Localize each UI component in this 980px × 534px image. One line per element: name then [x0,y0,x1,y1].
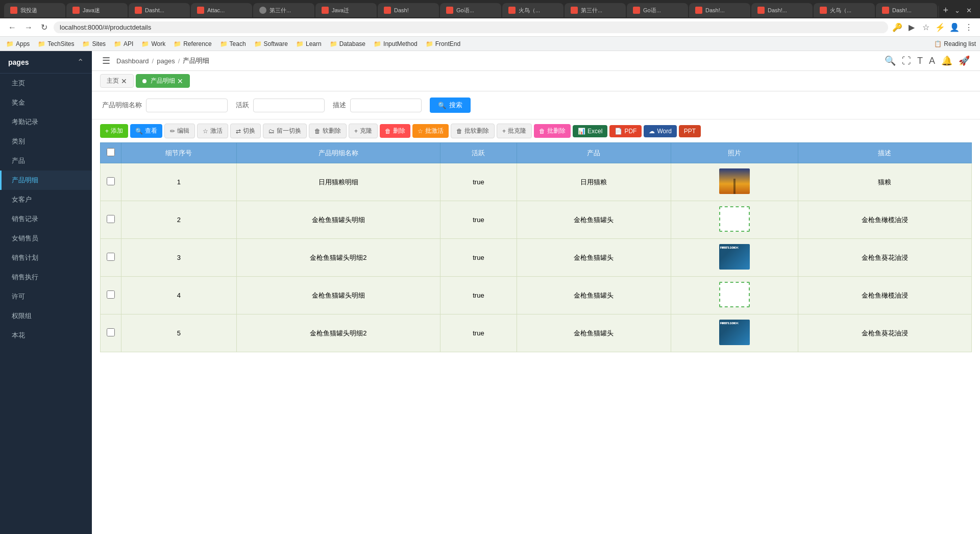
browser-tab-11[interactable]: Go语... [627,3,688,17]
delete-button[interactable]: 🗑 删除 [380,124,410,138]
sidebar-item-6[interactable]: 女客户 [0,190,92,209]
browser-tab-7[interactable]: Dash! [378,3,439,17]
bookmark-work[interactable]: 📁Work [139,39,167,48]
batch-clone-button[interactable]: + 批克隆 [497,124,532,138]
extension-icon[interactable]: ⚡ [935,22,945,33]
sidebar-item-12[interactable]: 权限组 [0,306,92,326]
sidebar-item-11[interactable]: 许可 [0,287,92,306]
search-button[interactable]: 🔍 搜索 [430,98,471,113]
rocket-icon[interactable]: 🚀 [959,55,970,66]
url-input[interactable] [54,21,888,33]
browser-tab-4[interactable]: Attac... [191,3,252,17]
tab-product-detail-close[interactable]: ✕ [177,78,183,85]
add-button[interactable]: + 添加 [100,124,128,138]
batch-activate-button[interactable]: ☆ 批激活 [412,124,449,138]
cast-icon[interactable]: ▶ [906,22,917,33]
font-icon[interactable]: T [917,56,923,66]
bookmark-reference[interactable]: 📁Reference [172,39,213,48]
close-window-button[interactable]: ✕ [962,7,976,14]
sidebar-toggle[interactable]: ⌃ [77,57,84,67]
breadcrumb-pages[interactable]: pages [157,57,175,65]
bookmark-api[interactable]: 📁API [112,39,135,48]
browser-tab-12[interactable]: Dash!... [689,3,750,17]
tab-home-close[interactable]: ✕ [121,78,127,85]
batch-delete-button[interactable]: 🗑 批删除 [534,124,571,138]
name-input[interactable] [146,99,228,112]
row-checkbox-1[interactable] [107,177,115,185]
notify-icon[interactable]: 🔔 [941,55,952,66]
search-icon[interactable]: 🔍 [885,55,896,66]
row-checkbox-3[interactable] [107,253,115,261]
browser-tab-1[interactable]: 我投递 [4,3,65,17]
soft-delete-button[interactable]: 🗑 软删除 [309,124,347,138]
browser-tab-10[interactable]: 第三什... [565,3,626,17]
select-all-checkbox[interactable] [107,148,115,156]
desc-input[interactable] [350,99,422,112]
sidebar-item-5[interactable]: 产品明细 [0,171,92,190]
browser-tab-8[interactable]: Go语... [440,3,501,17]
browser-tab-2[interactable]: Java迷 [66,3,128,17]
sidebar-item-2[interactable]: 考勤记录 [0,112,92,132]
sidebar-item-4[interactable]: 产品 [0,151,92,171]
sidebar-item-7[interactable]: 销售记录 [0,209,92,229]
lang-icon[interactable]: A [929,56,935,66]
sidebar-item-0[interactable]: 主页 [0,74,92,93]
cell-active: true [440,239,517,277]
tab-product-detail[interactable]: 产品明细 ✕ [136,74,190,88]
soft-delete-icon: 🗑 [314,128,321,135]
bookmark-database[interactable]: 📁Database [328,39,368,48]
sidebar-item-13[interactable]: 本花 [0,326,92,345]
sidebar-item-3[interactable]: 类别 [0,132,92,151]
bookmark-software[interactable]: 📁Software [252,39,290,48]
sidebar-item-10[interactable]: 销售执行 [0,268,92,287]
reload-button[interactable]: ↻ [39,21,50,33]
bookmark-frontend[interactable]: 📁FrontEnd [424,39,462,48]
browser-tab-6[interactable]: Java迁 [315,3,377,17]
activate-button[interactable]: ☆ 激活 [197,124,228,138]
bookmark-learn[interactable]: 📁Learn [294,39,324,48]
active-input[interactable] [253,99,325,112]
browser-tab-9[interactable]: 火鸟（... [502,3,564,17]
bookmark-apps[interactable]: 📁Apps [4,39,32,48]
pdf-button[interactable]: 📄 PDF [609,125,642,137]
bookmark-teach[interactable]: 📁Teach [218,39,248,48]
browser-tab-3[interactable]: Dasht... [129,3,190,17]
excel-button[interactable]: 📊 Excel [573,125,607,137]
row-checkbox-4[interactable] [107,290,115,299]
soft-delete-all-button[interactable]: 🗂 留一切换 [263,124,307,138]
edit-button[interactable]: ✏ 编辑 [164,124,195,138]
forward-button[interactable]: → [22,22,35,33]
tab-home[interactable]: 主页 ✕ [100,74,134,88]
browser-tab-13[interactable]: Dash!... [751,3,813,17]
tab-more-button[interactable]: ⌄ [952,7,962,14]
reading-list[interactable]: 📋 Reading list [934,40,976,47]
fullscreen-icon[interactable]: ⛶ [902,56,911,66]
bookmark-techsites[interactable]: 📁TechSites [36,39,76,48]
sidebar-item-8[interactable]: 女销售员 [0,229,92,248]
menu-icon[interactable]: ⋮ [964,22,974,33]
reading-list-icon: 📋 [934,40,942,47]
breadcrumb-dashboard[interactable]: Dashboard [116,57,149,65]
browser-tab-14[interactable]: 火鸟（... [814,3,875,17]
sidebar-item-9[interactable]: 销售计划 [0,248,92,268]
profile-icon[interactable]: 👤 [949,22,960,33]
view-button[interactable]: 🔍 查看 [130,124,162,138]
switch-button[interactable]: ⇄ 切换 [230,124,261,138]
menu-toggle-icon[interactable]: ☰ [102,55,110,66]
word-button[interactable]: ☁ Word [644,125,676,137]
key-icon[interactable]: 🔑 [892,22,902,33]
sidebar-item-1[interactable]: 奖金 [0,93,92,112]
batch-soft-delete-button[interactable]: 🗑 批软删除 [451,124,495,138]
star-icon[interactable]: ☆ [921,22,931,33]
ppt-button[interactable]: PPT [679,125,701,137]
bookmark-sites[interactable]: 📁Sites [80,39,108,48]
back-button[interactable]: ← [6,22,18,33]
browser-tab-5[interactable]: 第三什... [253,3,314,17]
bookmark-inputmethod[interactable]: 📁InputMethod [372,39,420,48]
row-checkbox-5[interactable] [107,328,115,336]
new-tab-button[interactable]: + [939,5,952,16]
browser-tab-15[interactable]: Dash!... [876,3,937,17]
bookmark-folder-icon: 📁 [220,40,228,47]
clone-button[interactable]: + 克隆 [349,124,378,138]
row-checkbox-2[interactable] [107,215,115,223]
